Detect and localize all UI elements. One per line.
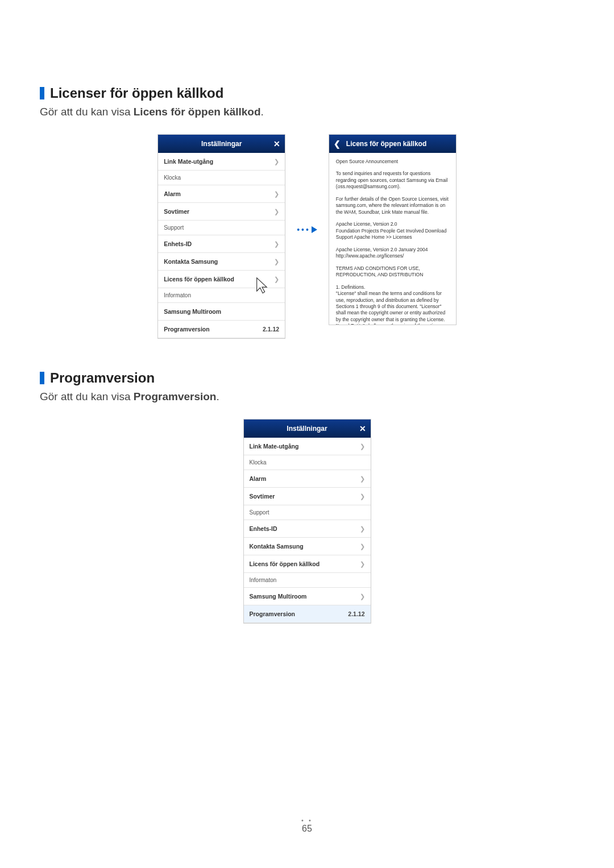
lic-p3: For further details of the Open Source L… [336, 196, 449, 215]
section-title: Programversion [50, 370, 155, 386]
settings-title: Inställningar [201, 140, 242, 148]
row-multiroom[interactable]: Samsung Multiroom❯ [244, 588, 371, 605]
chevron-right-icon: ❯ [360, 543, 365, 550]
row-programversion: Programversion2.1.12 [244, 605, 371, 623]
close-icon[interactable]: ✕ [359, 424, 366, 433]
label: Samsung Multiroom [250, 593, 307, 600]
lic-p7: 1. Definitions. "License" shall mean the… [336, 284, 449, 325]
row-kontakta[interactable]: Kontakta Samsung❯ [244, 538, 371, 555]
label: Programversion [250, 610, 296, 617]
row-alarm[interactable]: Alarm❯ [244, 470, 371, 488]
group-support: Support [158, 221, 285, 235]
desc-bold: Programversion [134, 391, 217, 402]
row-enhetsid[interactable]: Enhets-ID❯ [158, 235, 285, 253]
row-licens[interactable]: Licens för öppen källkod❯ [244, 555, 371, 573]
section-desc-programversion: Gör att du kan visa Programversion. [40, 391, 574, 403]
cursor-icon [254, 276, 270, 298]
label: Link Mate-utgång [250, 443, 299, 450]
desc-prefix: Gör att du kan visa [40, 106, 134, 118]
close-icon[interactable]: ✕ [273, 139, 280, 148]
chevron-right-icon: ❯ [360, 525, 365, 532]
desc-suffix: . [216, 391, 219, 402]
page-number: 65 [0, 817, 614, 834]
label: Sovtimer [250, 493, 275, 500]
chevron-right-icon: ❯ [360, 475, 365, 482]
license-text: Open Source Announcement To send inquiri… [329, 153, 456, 325]
value: 2.1.12 [348, 610, 364, 617]
row-multiroom[interactable]: Samsung Multiroom [158, 303, 285, 321]
lic-p4: Apache License, Version 2.0 Foundation P… [336, 221, 449, 240]
chevron-right-icon: ❯ [360, 593, 365, 600]
section-heading-programversion: Programversion [40, 370, 574, 386]
label: Programversion [164, 326, 210, 333]
row-alarm[interactable]: Alarm❯ [158, 185, 285, 203]
label: Link Mate-utgång [164, 158, 213, 165]
chevron-right-icon: ❯ [274, 258, 279, 265]
back-icon[interactable]: ❮ [334, 139, 341, 148]
lic-p6: TERMS AND CONDITIONS FOR USE, REPRODUCTI… [336, 265, 449, 279]
row-kontakta[interactable]: Kontakta Samsung❯ [158, 253, 285, 271]
page-dots-icon [0, 817, 614, 824]
row-sovtimer[interactable]: Sovtimer❯ [158, 203, 285, 221]
desc-prefix: Gör att du kan visa [40, 391, 134, 402]
group-support: Support [244, 505, 371, 520]
settings-title: Inställningar [287, 425, 327, 433]
value: 2.1.12 [263, 326, 279, 333]
group-klocka: Klocka [244, 455, 371, 470]
group-informaton: Informaton [244, 573, 371, 588]
desc-bold: Licens för öppen källkod [134, 106, 261, 118]
label: Samsung Multiroom [164, 308, 221, 315]
settings-header: Inställningar ✕ [158, 135, 285, 153]
chevron-right-icon: ❯ [274, 276, 279, 283]
label: Sovtimer [164, 208, 189, 215]
blue-bar-icon [40, 372, 44, 384]
section-desc-license: Gör att du kan visa Licens för öppen käl… [40, 106, 574, 118]
lic-p5: Apache License, Version 2.0 January 2004… [336, 247, 449, 260]
section-title: Licenser för öppen källkod [50, 85, 223, 101]
dots [297, 225, 310, 234]
chevron-right-icon: ❯ [274, 208, 279, 215]
row-programversion: Programversion2.1.12 [158, 321, 285, 338]
group-klocka: Klocka [158, 171, 285, 185]
chevron-right-icon: ❯ [360, 560, 365, 567]
label: Enhets-ID [164, 240, 192, 247]
label: Alarm [164, 190, 181, 197]
row-linkmate[interactable]: Link Mate-utgång❯ [158, 153, 285, 171]
settings-panel-2: Inställningar ✕ Link Mate-utgång❯ Klocka… [243, 419, 371, 624]
row-enhetsid[interactable]: Enhets-ID❯ [244, 520, 371, 538]
page-number-value: 65 [302, 824, 312, 833]
label: Licens för öppen källkod [250, 560, 320, 567]
blue-bar-icon [40, 87, 44, 99]
row-licens[interactable]: Licens för öppen källkod ❯ [158, 271, 285, 288]
arrow-connector-icon [297, 225, 317, 234]
label: Enhets-ID [250, 525, 277, 532]
chevron-right-icon: ❯ [274, 190, 279, 197]
row-sovtimer[interactable]: Sovtimer❯ [244, 488, 371, 505]
chevron-right-icon: ❯ [360, 493, 365, 500]
settings-panel-1: Inställningar ✕ Link Mate-utgång❯ Klocka… [157, 134, 285, 339]
label: Alarm [250, 475, 267, 482]
settings-header: Inställningar ✕ [244, 420, 371, 438]
row-linkmate[interactable]: Link Mate-utgång❯ [244, 438, 371, 455]
lic-p2: To send inquiries and requests for quest… [336, 171, 449, 190]
license-title: Licens för öppen källkod [346, 140, 426, 148]
label: Kontakta Samsung [250, 543, 304, 550]
section-heading-license: Licenser för öppen källkod [40, 85, 574, 101]
label: Kontakta Samsung [164, 258, 218, 265]
license-panel: ❮ Licens för öppen källkod Open Source A… [329, 134, 457, 325]
license-header: ❮ Licens för öppen källkod [329, 135, 456, 153]
chevron-right-icon: ❯ [360, 443, 365, 450]
desc-suffix: . [261, 106, 264, 118]
lic-p1: Open Source Announcement [336, 159, 449, 165]
chevron-right-icon: ❯ [274, 240, 279, 247]
label: Licens för öppen källkod [164, 276, 234, 283]
chevron-right-icon: ❯ [274, 158, 279, 165]
triangle-right-icon [312, 226, 317, 233]
